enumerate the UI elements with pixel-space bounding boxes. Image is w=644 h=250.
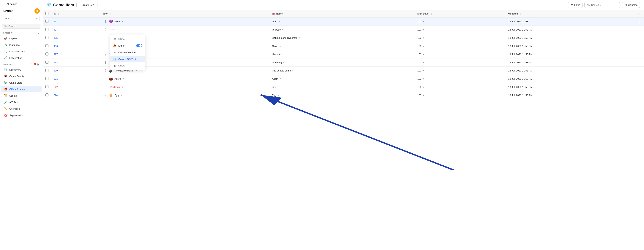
context-menu-create-ab-test[interactable]: 📊 Create A/B Test xyxy=(110,56,145,62)
row-dots-button[interactable]: ⋮ xyxy=(637,85,642,89)
search-input[interactable] xyxy=(591,3,617,6)
stack-dropdown-arrow[interactable]: ▾ xyxy=(423,94,424,96)
sidebar-item-deploy[interactable]: 🚀 Deploy xyxy=(1,35,42,41)
dots-menu-icon[interactable]: ⋮ xyxy=(103,93,108,97)
row-dots-button[interactable]: ⋮ xyxy=(637,44,642,48)
settings-icon[interactable]: ⚙ xyxy=(34,8,40,13)
row-id[interactable]: 498 xyxy=(51,58,100,67)
stack-dropdown-arrow[interactable]: ▾ xyxy=(423,28,424,31)
updated-column-menu[interactable]: ⋮ xyxy=(519,12,522,15)
columns-button[interactable]: ⊞ Columns xyxy=(622,2,640,8)
row-checkbox[interactable] xyxy=(46,20,48,23)
context-menu-export[interactable]: 📤 Export xyxy=(110,42,145,49)
stack-dropdown-arrow[interactable]: ▾ xyxy=(423,69,424,72)
row-checkbox[interactable] xyxy=(46,52,48,55)
name-dropdown-arrow[interactable]: ▾ xyxy=(283,61,284,64)
row-id[interactable]: 496 xyxy=(51,42,100,50)
row-id[interactable]: 624 xyxy=(51,91,100,99)
sidebar-search-input[interactable] xyxy=(8,25,38,27)
table-options-menu[interactable]: ⋮ xyxy=(637,12,640,15)
row-checkbox[interactable] xyxy=(46,77,48,80)
create-new-button[interactable]: + Create New xyxy=(76,2,98,8)
dots-menu-icon[interactable]: ⋮ xyxy=(103,77,108,81)
row-dots-button[interactable]: ⋮ xyxy=(637,19,642,23)
row-checkbox[interactable] xyxy=(46,44,48,47)
stack-dropdown-arrow[interactable]: ▾ xyxy=(423,86,424,88)
icon-dropdown-arrow[interactable]: ▾ xyxy=(123,78,124,80)
name-dropdown-arrow[interactable]: ▾ xyxy=(279,20,280,23)
stack-dropdown-arrow[interactable]: ▾ xyxy=(423,53,424,55)
stack-dropdown-arrow[interactable]: ▾ xyxy=(423,61,424,64)
row-dots-button[interactable]: ⋮ xyxy=(637,36,642,40)
export-toggle[interactable] xyxy=(136,44,142,47)
stack-dropdown-arrow[interactable]: ▾ xyxy=(423,45,424,47)
sidebar-item-localization[interactable]: 🔗 Localization xyxy=(1,55,42,61)
row-checkbox[interactable] xyxy=(46,28,48,31)
name-dropdown-arrow[interactable]: ▾ xyxy=(278,94,279,96)
dots-menu-icon[interactable]: ⋮ xyxy=(103,68,108,73)
dots-menu-icon[interactable]: ⋮ xyxy=(103,52,108,56)
name-dropdown-arrow[interactable]: ▾ xyxy=(299,37,300,39)
select-all-checkbox[interactable] xyxy=(46,12,48,15)
icon-dropdown-arrow[interactable]: ▾ xyxy=(122,20,123,23)
icon-dropdown-arrow[interactable]: ▾ xyxy=(112,28,114,31)
row-dots-button[interactable]: ⋮ xyxy=(637,52,642,56)
row-dots-button[interactable]: ⋮ xyxy=(637,69,642,73)
dots-menu-icon[interactable]: ⋮ xyxy=(103,19,108,24)
row-checkbox[interactable] xyxy=(46,36,48,39)
row-dots-button[interactable]: ⋮ xyxy=(637,28,642,32)
stack-dropdown-arrow[interactable]: ▾ xyxy=(423,20,424,23)
row-id[interactable]: 495 xyxy=(51,34,100,42)
context-menu-create-override[interactable]: ✏ Create Override xyxy=(110,49,145,56)
maxstack-column-menu[interactable]: ⋮ xyxy=(430,12,433,15)
sidebar-item-game-store[interactable]: 🏪 Game Store xyxy=(1,79,42,86)
sidebar-item-scripts[interactable]: 📜 Scripts xyxy=(1,92,42,99)
stack-dropdown-arrow[interactable]: ▾ xyxy=(423,78,424,80)
row-id[interactable]: 622 xyxy=(51,83,100,91)
name-dropdown-arrow[interactable]: ▾ xyxy=(278,86,278,88)
sidebar-item-ab-tests[interactable]: 🧪 A/B Tests xyxy=(1,99,42,105)
sidebar-item-offers-items[interactable]: 🎁 Offers & Items xyxy=(1,86,42,92)
name-dropdown-arrow[interactable]: ▾ xyxy=(280,45,281,47)
row-id[interactable]: 499 xyxy=(51,67,100,75)
dots-menu-icon[interactable]: ⋮ xyxy=(103,85,108,89)
row-id[interactable]: 497 xyxy=(51,50,100,58)
name-column-menu[interactable]: ⋮ xyxy=(284,12,286,15)
sidebar-item-dashboard[interactable]: 📊 Dashboard xyxy=(1,66,42,73)
back-button[interactable]: ← All games xyxy=(0,0,43,7)
sidebar-item-platforms[interactable]: 💲 Platforms xyxy=(1,42,42,48)
id-column-menu[interactable]: ⋮ xyxy=(57,12,60,15)
name-dropdown-arrow[interactable]: ▾ xyxy=(282,28,284,31)
icon-dropdown-arrow[interactable]: ▾ xyxy=(122,86,123,88)
filter-button[interactable]: ▼ Filter xyxy=(568,2,582,8)
context-menu-delete[interactable]: 🗑 Delete xyxy=(110,62,145,69)
stack-dropdown-arrow[interactable]: ▾ xyxy=(423,37,424,39)
sidebar-item-game-events[interactable]: 📅 Game Events xyxy=(1,73,42,79)
dots-menu-icon[interactable]: ⋮ xyxy=(103,60,108,65)
row-checkbox[interactable] xyxy=(46,85,48,88)
row-id[interactable]: 493 xyxy=(51,17,100,26)
name-dropdown-arrow[interactable]: ▾ xyxy=(280,78,281,80)
context-menu-clone[interactable]: ⧉ Clone xyxy=(110,35,145,42)
sidebar-search-box[interactable]: 🔍 xyxy=(2,24,40,29)
sidebar-item-segmentation[interactable]: 🎯 Segmentation xyxy=(1,112,42,118)
row-checkbox[interactable] xyxy=(46,93,48,96)
search-box[interactable]: 🔍 xyxy=(584,2,620,8)
environment-selector[interactable]: Dev ▾ xyxy=(3,16,40,21)
icon-column-menu[interactable]: ⋮ xyxy=(110,12,112,15)
row-id[interactable]: 494 xyxy=(51,26,100,34)
dots-menu-icon[interactable]: ⋮ xyxy=(103,27,108,32)
sidebar-item-overrides[interactable]: ✏️ Overrides xyxy=(1,106,42,112)
row-checkbox[interactable] xyxy=(46,61,48,64)
name-dropdown-arrow[interactable]: ▾ xyxy=(292,69,294,72)
dots-menu-icon[interactable]: ⋮ xyxy=(103,44,108,48)
name-dropdown-arrow[interactable]: ▾ xyxy=(283,53,284,55)
sidebar-item-data-structure[interactable]: 🗂 Data Structure xyxy=(1,48,42,54)
dots-menu-icon[interactable]: ⋮ xyxy=(103,36,108,40)
icon-dropdown-arrow[interactable]: ▾ xyxy=(121,94,122,96)
row-id[interactable]: 621 xyxy=(51,75,100,83)
row-dots-button[interactable]: ⋮ xyxy=(637,93,642,97)
row-dots-button[interactable]: ⋮ xyxy=(637,60,642,64)
row-checkbox[interactable] xyxy=(46,69,48,72)
row-dots-button[interactable]: ⋮ xyxy=(637,77,642,81)
